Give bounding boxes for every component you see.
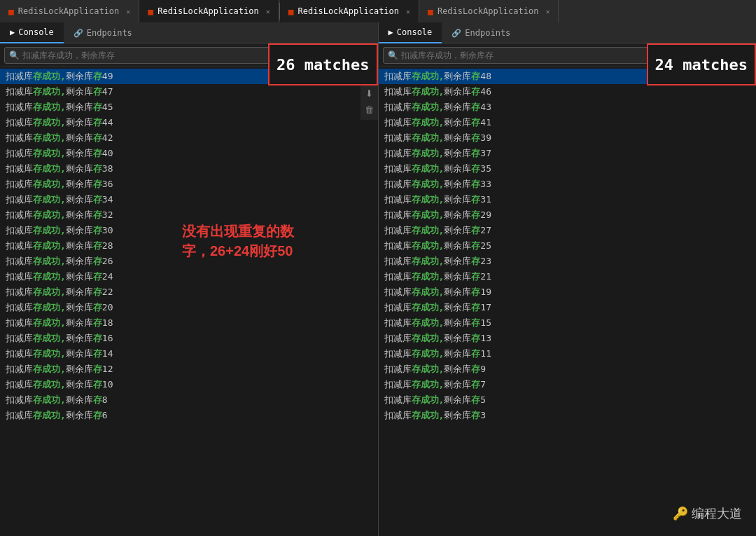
log-middle: 剩余库 <box>444 192 471 207</box>
log-bold2: 存 <box>93 392 102 408</box>
log-prefix: 扣减库 <box>6 223 33 238</box>
log-line: 扣减库存成功, 剩余库存22 <box>0 284 378 300</box>
right-console-output[interactable]: 扣减库存成功, 剩余库存48扣减库存成功, 剩余库存46扣减库存成功, 剩余库存… <box>379 67 757 536</box>
log-prefix: 扣减库 <box>384 207 412 223</box>
log-prefix: 扣减库 <box>384 99 412 115</box>
log-bold2: 存 <box>93 284 102 300</box>
log-num: 38 <box>102 161 113 177</box>
log-num: 46 <box>480 84 491 99</box>
log-bold2: 存 <box>471 192 480 207</box>
log-middle: 剩余库 <box>66 84 93 99</box>
log-num: 29 <box>480 207 491 223</box>
log-line: 扣减库存成功, 剩余库存29 <box>379 207 757 223</box>
log-bold: 存成功, <box>412 346 444 362</box>
log-bold2: 存 <box>93 223 102 238</box>
log-middle: 剩余库 <box>444 161 471 177</box>
log-middle: 剩余库 <box>444 269 471 284</box>
log-num: 48 <box>480 69 491 84</box>
tab-redis-2[interactable]: ■ RedisLockApplication ✕ <box>139 0 279 22</box>
log-middle: 剩余库 <box>66 161 93 177</box>
log-line: 扣减库存成功, 剩余库存7 <box>379 377 757 392</box>
log-bold2: 存 <box>93 254 102 269</box>
log-bold2: 存 <box>93 146 102 161</box>
log-num: 34 <box>102 192 113 207</box>
log-bold2: 存 <box>471 177 480 192</box>
log-bold: 存成功, <box>33 315 66 331</box>
log-num: 28 <box>102 238 113 254</box>
log-middle: 剩余库 <box>444 284 471 300</box>
log-bold: 存成功, <box>33 99 66 115</box>
log-middle: 剩余库 <box>66 99 93 115</box>
log-num: 44 <box>102 115 113 130</box>
right-tab-endpoints[interactable]: 🔗 Endpoints <box>442 22 520 43</box>
log-num: 9 <box>480 362 486 377</box>
log-bold2: 存 <box>93 269 102 284</box>
log-bold2: 存 <box>93 115 102 130</box>
log-bold2: 存 <box>93 238 102 254</box>
left-tab-console[interactable]: ▶ Console <box>0 22 64 43</box>
log-line: 扣减库存成功, 剩余库存14 <box>0 346 378 362</box>
log-line: 扣减库存成功, 剩余库存33 <box>379 177 757 192</box>
log-prefix: 扣减库 <box>6 331 33 346</box>
left-tab-endpoints[interactable]: 🔗 Endpoints <box>64 22 142 43</box>
log-line: 扣减库存成功, 剩余库存35 <box>379 161 757 177</box>
log-bold: 存成功, <box>412 315 444 331</box>
log-line: 扣减库存成功, 剩余库存28 <box>0 238 378 254</box>
log-line: 扣减库存成功, 剩余库存40 <box>0 146 378 161</box>
log-prefix: 扣减库 <box>384 192 412 207</box>
log-line: 扣减库存成功, 剩余库存16 <box>0 331 378 346</box>
log-prefix: 扣减库 <box>384 315 412 331</box>
log-bold2: 存 <box>471 377 480 392</box>
log-middle: 剩余库 <box>444 408 471 423</box>
log-bold: 存成功, <box>33 115 66 130</box>
log-bold: 存成功, <box>33 192 66 207</box>
left-side-btn-3[interactable]: 🗑 <box>362 102 377 117</box>
right-pane-tabs: ▶ Console 🔗 Endpoints <box>379 22 757 43</box>
right-tab-console[interactable]: ▶ Console <box>379 22 442 43</box>
tab-close-1[interactable]: ✕ <box>126 8 130 15</box>
tab-redis-1[interactable]: ■ RedisLockApplication ✕ <box>0 0 139 22</box>
tab-label-4: RedisLockApplication <box>438 6 539 16</box>
left-console-label: Console <box>18 27 54 37</box>
log-bold: 存成功, <box>33 146 66 161</box>
log-bold2: 存 <box>471 223 480 238</box>
log-line: 扣减库存成功, 剩余库存41 <box>379 115 757 130</box>
tab-close-3[interactable]: ✕ <box>406 8 410 15</box>
log-prefix: 扣减库 <box>384 377 412 392</box>
log-prefix: 扣减库 <box>6 300 33 315</box>
log-bold: 存成功, <box>33 346 66 362</box>
log-num: 32 <box>102 207 113 223</box>
log-num: 35 <box>480 161 491 177</box>
log-bold2: 存 <box>471 254 480 269</box>
log-num: 24 <box>102 269 113 284</box>
left-side-btn-2[interactable]: ⬇ <box>362 86 377 101</box>
log-num: 14 <box>102 346 113 362</box>
log-bold: 存成功, <box>412 392 444 408</box>
log-prefix: 扣减库 <box>384 84 412 99</box>
log-num: 30 <box>102 223 113 238</box>
log-middle: 剩余库 <box>444 362 471 377</box>
log-middle: 剩余库 <box>444 377 471 392</box>
log-middle: 剩余库 <box>66 392 93 408</box>
log-middle: 剩余库 <box>66 69 93 84</box>
log-prefix: 扣减库 <box>6 377 33 392</box>
log-middle: 剩余库 <box>66 269 93 284</box>
log-bold: 存成功, <box>412 177 444 192</box>
log-prefix: 扣减库 <box>384 300 412 315</box>
tab-close-4[interactable]: ✕ <box>545 8 550 15</box>
log-bold2: 存 <box>471 84 480 99</box>
log-num: 19 <box>480 284 491 300</box>
log-num: 15 <box>480 315 491 331</box>
tab-redis-4[interactable]: ■ RedisLockApplication ✕ <box>419 0 559 22</box>
tab-close-2[interactable]: ✕ <box>266 8 270 15</box>
left-pane-tabs: ▶ Console 🔗 Endpoints <box>0 22 378 43</box>
redis-icon-2: ■ <box>148 6 153 17</box>
log-bold2: 存 <box>93 161 102 177</box>
tab-redis-3[interactable]: ■ RedisLockApplication ✕ <box>280 0 419 22</box>
left-console-output[interactable]: 没有出现重复的数字，26+24刚好50 扣减库存成功, 剩余库存49扣减库存成功… <box>0 67 378 536</box>
right-endpoints-label: Endpoints <box>465 28 510 38</box>
log-prefix: 扣减库 <box>384 69 412 84</box>
log-middle: 剩余库 <box>444 331 471 346</box>
log-line: 扣减库存成功, 剩余库存37 <box>379 146 757 161</box>
log-prefix: 扣减库 <box>384 146 412 161</box>
